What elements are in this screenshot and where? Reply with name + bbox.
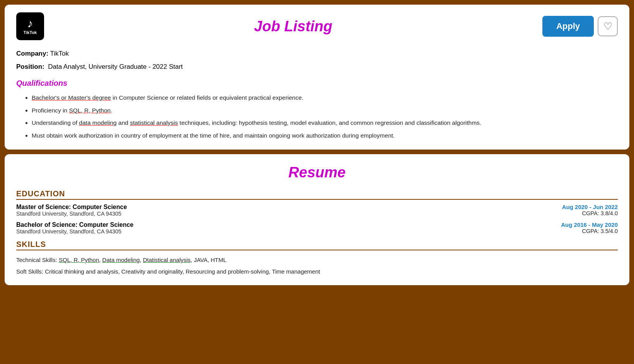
skills-section: SKILLS Technical Skills: SQL, R, Python,…	[16, 240, 618, 277]
edu-school-1: Standford University, Standford, CA 9430…	[16, 211, 127, 217]
technical-skills-label: Technical Skills:	[16, 257, 57, 263]
qualifications-heading: Qualifications	[16, 79, 618, 88]
edu-degree-2: Bachelor of Science: Computer Science	[16, 221, 133, 228]
job-header: ♪ TikTok Job Listing Apply ♡	[16, 12, 618, 40]
position-value: Data Analyst, University Graduate - 2022…	[48, 63, 183, 70]
qual-item-3: Understanding of data modeling and stati…	[32, 117, 618, 129]
position-line: Position: Data Analyst, University Gradu…	[16, 60, 618, 73]
qualifications-list: Bachelor's or Master's degree in Compute…	[16, 92, 618, 142]
resume-card: Resume EDUCATION Master of Science: Comp…	[5, 154, 629, 285]
edu-date-2: Aug 2016 - May 2020	[540, 221, 618, 228]
technical-skills-line: Technical Skills: SQL, R, Python, Data m…	[16, 254, 618, 266]
edu-date-1: Aug 2020 - Jun 2022	[540, 204, 618, 210]
edu-right-1: Aug 2020 - Jun 2022 CGPA: 3.8/4.0	[540, 204, 618, 216]
skills-heading: SKILLS	[16, 240, 618, 250]
tiktok-logo: ♪ TikTok	[16, 12, 44, 40]
company-label: Company:	[16, 50, 48, 57]
edu-cgpa-2: CGPA: 3.5/4.0	[540, 228, 618, 234]
company-line: Company: TikTok	[16, 47, 618, 60]
apply-button[interactable]: Apply	[542, 16, 594, 37]
page-title: Job Listing	[44, 18, 542, 35]
edu-entry-2: Bachelor of Science: Computer Science St…	[16, 221, 618, 235]
qual-item-1: Bachelor's or Master's degree in Compute…	[32, 92, 618, 104]
position-label: Position:	[16, 63, 44, 70]
soft-skills-label: Soft Skills:	[16, 268, 43, 275]
job-meta: Company: TikTok Position: Data Analyst, …	[16, 47, 618, 73]
education-heading: EDUCATION	[16, 189, 618, 200]
edu-school-2: Standford University, Standford, CA 9430…	[16, 228, 133, 235]
qual-data-modeling-underline: data modeling	[79, 119, 116, 126]
tiktok-logo-text: TikTok	[24, 30, 37, 35]
edu-right-2: Aug 2016 - May 2020 CGPA: 3.5/4.0	[540, 221, 618, 234]
qual-degree-underline: Bachelor's or Master's degree	[32, 94, 111, 101]
resume-title: Resume	[16, 164, 618, 181]
qual-languages-underline: SQL, R, Python	[69, 107, 111, 114]
ts-statistical: Dtatistical analysis	[143, 257, 191, 263]
qual-item-4: Must obtain work authorization in countr…	[32, 129, 618, 142]
soft-skills-value: Critical thinking and analysis, Creativi…	[45, 268, 320, 275]
edu-degree-1: Master of Science: Computer Science	[16, 204, 127, 211]
tiktok-logo-icon: ♪	[27, 18, 33, 29]
edu-entry-1: Master of Science: Computer Science Stan…	[16, 204, 618, 217]
header-actions: Apply ♡	[542, 16, 618, 37]
heart-icon: ♡	[603, 20, 612, 32]
qual-statistical-underline: statistical analysis	[130, 119, 178, 126]
ts-data-modeling: Data modeling	[102, 257, 140, 263]
save-button[interactable]: ♡	[598, 16, 618, 36]
edu-left-1: Master of Science: Computer Science Stan…	[16, 204, 127, 217]
edu-cgpa-1: CGPA: 3.8/4.0	[540, 210, 618, 216]
soft-skills-line: Soft Skills: Critical thinking and analy…	[16, 266, 618, 277]
edu-left-2: Bachelor of Science: Computer Science St…	[16, 221, 133, 235]
qual-item-2: Proficiency in SQL, R, Python.	[32, 104, 618, 117]
company-value: TikTok	[50, 50, 69, 57]
ts-sql: SQL, R, Python	[59, 257, 99, 263]
job-listing-card: ♪ TikTok Job Listing Apply ♡ Company: Ti…	[5, 5, 629, 150]
